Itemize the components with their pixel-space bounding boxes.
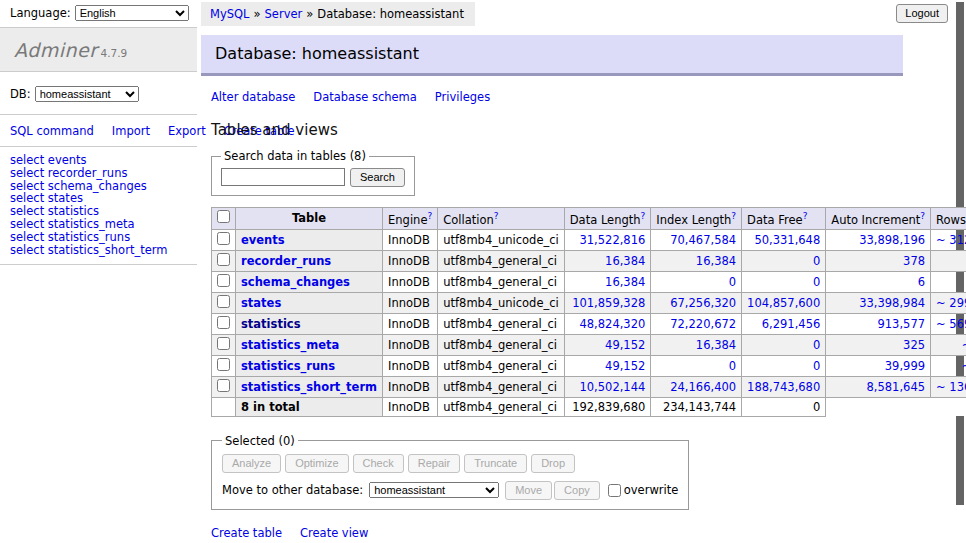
search-input[interactable] (221, 168, 345, 186)
column-help-link[interactable]: ? (494, 211, 499, 221)
rows-count-link[interactable]: ~ 312,180 (936, 233, 966, 247)
breadcrumb-server-link[interactable]: Server (265, 7, 303, 21)
index-length-link[interactable]: 16,384 (696, 338, 736, 352)
sidebar-command-sql-command[interactable]: SQL command (10, 124, 94, 138)
db-link-database-schema[interactable]: Database schema (313, 90, 416, 104)
rows-count-link[interactable]: ~ 628 (962, 359, 966, 373)
data-free-link[interactable]: 0 (813, 359, 820, 373)
table-name-link[interactable]: recorder_runs (241, 254, 331, 268)
column-header-label: Engine (388, 213, 427, 227)
rows-count-link[interactable]: ~ 244 (962, 338, 966, 352)
collation-cell: utf8mb4_unicode_ci (438, 292, 565, 313)
data-free-link[interactable]: 6,291,456 (762, 317, 821, 331)
rows-count-link[interactable]: ~ 569,159 (936, 317, 966, 331)
db-link-alter-database[interactable]: Alter database (211, 90, 295, 104)
sidebar-command-export[interactable]: Export (168, 124, 206, 138)
selected-fieldset: Selected (0) AnalyzeOptimizeCheckRepairT… (211, 434, 689, 510)
breadcrumb-mysql-link[interactable]: MySQL (210, 7, 250, 21)
table-name-link[interactable]: states (241, 296, 281, 310)
data-length-link[interactable]: 49,152 (605, 359, 645, 373)
data-length-link[interactable]: 101,859,328 (572, 296, 645, 310)
data-free-link[interactable]: 0 (813, 338, 820, 352)
sidebar: Language:English Adminer4.7.9 DB:homeass… (0, 0, 197, 265)
data-length-link[interactable]: 10,502,144 (579, 380, 645, 394)
engine-cell: InnoDB (383, 292, 438, 313)
overwrite-checkbox[interactable] (608, 484, 621, 497)
data-free-link[interactable]: 0 (813, 275, 820, 289)
index-length-link[interactable]: 24,166,400 (670, 380, 736, 394)
table-name-link[interactable]: statistics_short_term (241, 380, 377, 394)
sidebar-link-select-statistics-runs[interactable]: select statistics_runs (10, 231, 189, 244)
db-select[interactable]: homeassistant (35, 86, 139, 102)
row-select-checkbox[interactable] (217, 379, 230, 392)
row-select-checkbox[interactable] (217, 274, 230, 287)
collation-cell: utf8mb4_general_ci (438, 334, 565, 355)
sidebar-link-select-recorder-runs[interactable]: select recorder_runs (10, 167, 189, 180)
auto-increment-link[interactable]: 913,577 (877, 317, 925, 331)
sidebar-link-select-statistics-meta[interactable]: select statistics_meta (10, 218, 189, 231)
auto-increment-link[interactable]: 33,898,196 (859, 233, 925, 247)
index-length-link[interactable]: 67,256,320 (670, 296, 736, 310)
index-length-link[interactable]: 0 (729, 359, 736, 373)
collation-cell: utf8mb4_general_ci (438, 313, 565, 334)
table-name-link[interactable]: statistics_meta (241, 338, 339, 352)
data-length-link[interactable]: 16,384 (605, 275, 645, 289)
auto-increment-link[interactable]: 378 (903, 254, 925, 268)
language-select[interactable]: English (75, 5, 189, 21)
column-help-link[interactable]: ? (803, 211, 808, 221)
column-help-link[interactable]: ? (641, 211, 646, 221)
data-length-link[interactable]: 31,522,816 (579, 233, 645, 247)
auto-increment-link[interactable]: 39,999 (885, 359, 925, 373)
create-link-create-view[interactable]: Create view (300, 526, 368, 540)
auto-increment-link[interactable]: 325 (903, 338, 925, 352)
sidebar-link-select-events[interactable]: select events (10, 154, 189, 167)
data-length-link[interactable]: 16,384 (605, 254, 645, 268)
column-header-collation: Collation? (438, 208, 565, 230)
auto-increment-link[interactable]: 8,581,645 (867, 380, 926, 394)
row-select-checkbox[interactable] (217, 232, 230, 245)
select-all-cell (212, 208, 236, 230)
row-select-checkbox[interactable] (217, 253, 230, 266)
db-link-privileges[interactable]: Privileges (435, 90, 490, 104)
move-database-select[interactable]: homeassistant (369, 482, 499, 498)
adminer-brand: Adminer (14, 39, 98, 61)
sidebar-link-select-statistics-short-term[interactable]: select statistics_short_term (10, 244, 189, 257)
data-length-link[interactable]: 49,152 (605, 338, 645, 352)
index-length-link[interactable]: 16,384 (696, 254, 736, 268)
table-name-link[interactable]: schema_changes (241, 275, 350, 289)
row-select-checkbox[interactable] (217, 316, 230, 329)
table-name-link[interactable]: events (241, 233, 285, 247)
select-all-checkbox[interactable] (217, 210, 230, 223)
action-button-truncate: Truncate (464, 454, 527, 473)
search-button[interactable]: Search (350, 168, 405, 187)
column-header-engine: Engine? (383, 208, 438, 230)
data-free-link[interactable]: 188,743,680 (747, 380, 820, 394)
index-length-link[interactable]: 0 (729, 275, 736, 289)
create-link-create-table[interactable]: Create table (211, 526, 282, 540)
data-length-link[interactable]: 48,824,320 (579, 317, 645, 331)
index-length-link[interactable]: 72,220,672 (670, 317, 736, 331)
row-select-checkbox[interactable] (217, 337, 230, 350)
collation-cell: utf8mb4_general_ci (438, 271, 565, 292)
table-name-cell: recorder_runs (236, 250, 383, 271)
column-help-link[interactable]: ? (427, 211, 432, 221)
auto-increment-link[interactable]: 6 (918, 275, 925, 289)
rows-count-link[interactable]: ~ 299,833 (936, 296, 966, 310)
table-name-link[interactable]: statistics (241, 317, 301, 331)
table-name-link[interactable]: statistics_runs (241, 359, 335, 373)
sidebar-table-links: select eventsselect recorder_runsselect … (0, 147, 197, 264)
table-row: eventsInnoDButf8mb4_unicode_ci31,522,816… (212, 229, 966, 250)
data-free-link[interactable]: 0 (813, 254, 820, 268)
engine-cell: InnoDB (383, 376, 438, 397)
data-free-link[interactable]: 104,857,600 (747, 296, 820, 310)
data-free-link[interactable]: 50,331,648 (754, 233, 820, 247)
column-help-link[interactable]: ? (920, 211, 925, 221)
move-row: Move to other database: homeassistant Mo… (222, 481, 678, 500)
sidebar-command-import[interactable]: Import (112, 124, 150, 138)
rows-count-link[interactable]: ~ 136,108 (936, 380, 966, 394)
index-length-link[interactable]: 70,467,584 (670, 233, 736, 247)
column-help-link[interactable]: ? (731, 211, 736, 221)
row-select-checkbox[interactable] (217, 358, 230, 371)
row-select-checkbox[interactable] (217, 295, 230, 308)
auto-increment-link[interactable]: 33,398,984 (859, 296, 925, 310)
